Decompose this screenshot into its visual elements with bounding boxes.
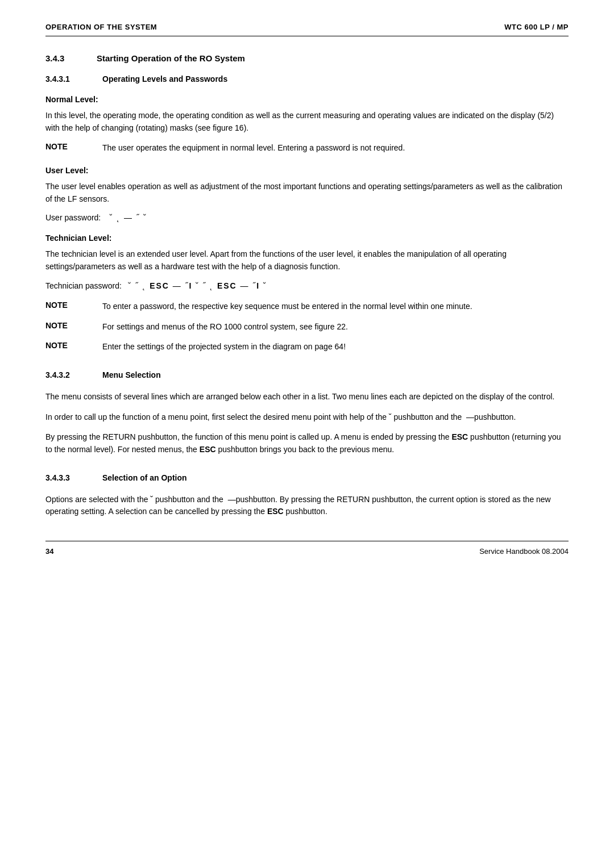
normal-level-heading: Normal Level: <box>45 95 569 104</box>
section-3433-number: 3.4.3.3 <box>45 473 102 482</box>
technician-note3-text: Enter the settings of the projected syst… <box>102 341 346 353</box>
section-3433-heading: 3.4.3.3 Selection of an Option <box>45 473 569 482</box>
technician-level-paragraph: The technician level is an extended user… <box>45 248 569 273</box>
section-3432-label: Menu Selection <box>102 370 161 379</box>
footer-page-number: 34 <box>45 547 53 556</box>
user-level-heading: User Level: <box>45 166 569 175</box>
page: OPERATION OF THE SYSTEM WTC 600 LP / MP … <box>0 0 614 868</box>
technician-password-line: Technician password: ˘ ˝ ˛ ESC — ˝I ˘ ˝ … <box>45 281 569 290</box>
technician-note1-text: To enter a password, the respective key … <box>102 301 472 313</box>
user-password-line: User password: ˘ ˛ — ˝ ˘ <box>45 213 569 222</box>
section-3432-paragraph3: By pressing the RETURN pushbutton, the f… <box>45 431 569 456</box>
technician-note3-label: NOTE <box>45 341 91 350</box>
footer-right-text: Service Handbook 08.2004 <box>479 547 569 556</box>
page-header: OPERATION OF THE SYSTEM WTC 600 LP / MP <box>45 23 569 36</box>
page-footer: 34 Service Handbook 08.2004 <box>45 541 569 556</box>
user-password-value: ˘ ˛ — ˝ ˘ <box>110 213 147 222</box>
normal-level-note-row: NOTE The user operates the equipment in … <box>45 142 569 155</box>
section-3433-paragraph1: Options are selected with the ˘ pushbutt… <box>45 494 569 518</box>
section-3432-number: 3.4.3.2 <box>45 370 102 379</box>
section-3431-label: Operating Levels and Passwords <box>102 74 227 84</box>
user-password-label: User password: <box>45 213 101 222</box>
technician-note2-text: For settings and menus of the RO 1000 co… <box>102 321 348 333</box>
section-3432-heading: 3.4.3.2 Menu Selection <box>45 370 569 379</box>
technician-note2-row: NOTE For settings and menus of the RO 10… <box>45 321 569 333</box>
technician-password-value: ˘ ˝ ˛ ESC — ˝I ˘ ˝ ˛ ESC — ˝I ˘ <box>128 281 267 290</box>
technician-note3-row: NOTE Enter the settings of the projected… <box>45 341 569 353</box>
technician-password-label: Technician password: <box>45 281 122 290</box>
normal-level-note-label: NOTE <box>45 142 91 151</box>
section-3431-heading: 3.4.3.1 Operating Levels and Passwords <box>45 74 569 84</box>
section-3432-paragraph1: The menu consists of several lines which… <box>45 391 569 403</box>
technician-level-heading: Technician Level: <box>45 233 569 243</box>
section-343-heading: 3.4.3 Starting Operation of the RO Syste… <box>45 53 569 63</box>
technician-note1-row: NOTE To enter a password, the respective… <box>45 301 569 313</box>
section-343-label: Starting Operation of the RO System <box>97 53 245 63</box>
technician-note1-label: NOTE <box>45 301 91 310</box>
section-3433-label: Selection of an Option <box>102 473 187 482</box>
section-3432-paragraph2: In order to call up the function of a me… <box>45 411 569 424</box>
normal-level-note-text: The user operates the equipment in norma… <box>102 142 405 155</box>
section-343-number: 3.4.3 <box>45 53 97 63</box>
normal-level-paragraph: In this level, the operating mode, the o… <box>45 110 569 134</box>
user-level-paragraph: The user level enables operation as well… <box>45 181 569 205</box>
header-right: WTC 600 LP / MP <box>504 23 569 31</box>
header-left: OPERATION OF THE SYSTEM <box>45 23 157 31</box>
technician-note2-label: NOTE <box>45 321 91 330</box>
content-body: 3.4.3 Starting Operation of the RO Syste… <box>45 53 569 518</box>
section-3431-number: 3.4.3.1 <box>45 74 102 84</box>
